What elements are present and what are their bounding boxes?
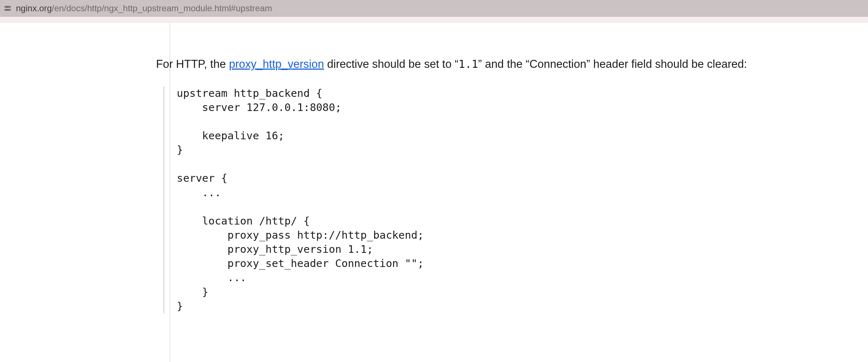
svg-rect-1 <box>8 6 10 7</box>
config-code-block: upstream http_backend { server 127.0.0.1… <box>163 86 857 313</box>
page-body: For HTTP, the proxy_http_version directi… <box>0 22 868 362</box>
svg-rect-0 <box>5 6 7 7</box>
proxy-http-version-link[interactable]: proxy_http_version <box>229 58 324 70</box>
text-fragment: For HTTP, the <box>156 58 229 70</box>
doc-content: For HTTP, the proxy_http_version directi… <box>156 55 857 313</box>
site-settings-icon[interactable] <box>3 4 12 13</box>
text-fragment: ” and the “Connection” header field shou… <box>478 58 747 70</box>
browser-sub-bar <box>0 17 868 22</box>
svg-rect-2 <box>5 9 7 10</box>
url-path: /en/docs/http/ngx_http_upstream_module.h… <box>52 3 272 13</box>
intro-paragraph: For HTTP, the proxy_http_version directi… <box>156 55 857 73</box>
text-fragment: directive should be set to “ <box>324 58 458 70</box>
url-host: nginx.org <box>16 3 52 13</box>
svg-rect-3 <box>8 9 10 10</box>
browser-address-bar[interactable]: nginx.org/en/docs/http/ngx_http_upstream… <box>0 0 868 17</box>
url-text[interactable]: nginx.org/en/docs/http/ngx_http_upstream… <box>16 3 272 13</box>
inline-code: 1.1 <box>458 58 478 70</box>
